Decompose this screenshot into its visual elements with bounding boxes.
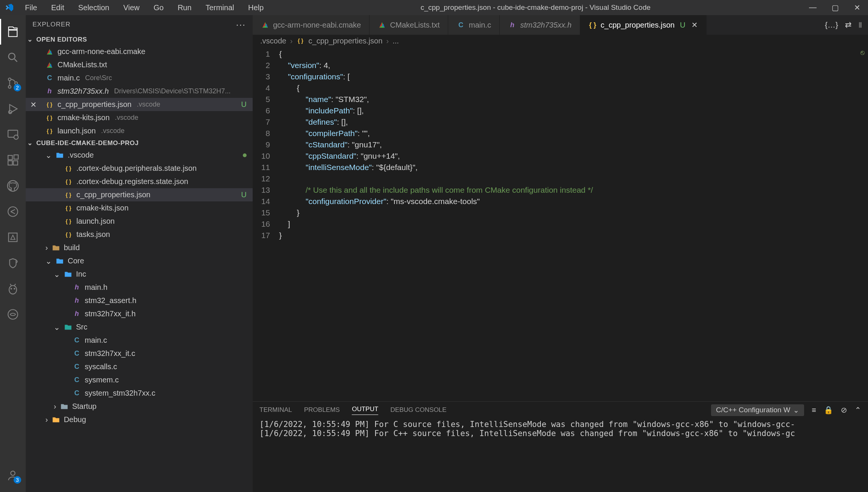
github-icon[interactable] [0, 173, 26, 199]
panel-tab-output[interactable]: OUTPUT [352, 405, 378, 415]
json-icon: { } [64, 164, 73, 173]
output-channel-selector[interactable]: C/C++ Configuration W⌄ [711, 404, 804, 416]
breadcrumb-segment[interactable]: ... [393, 37, 399, 45]
breadcrumb-segment[interactable]: .vscode [260, 37, 286, 45]
tab-label: gcc-arm-none-eabi.cmake [273, 21, 361, 29]
menu-selection[interactable]: Selection [76, 2, 112, 14]
cmake-icon[interactable] [0, 224, 26, 250]
explorer-icon[interactable] [0, 19, 26, 45]
expand-icon[interactable]: ⌃ [855, 405, 861, 415]
run-debug-icon[interactable] [0, 96, 26, 122]
editor-tab[interactable]: Cmain.c [448, 15, 500, 35]
run-icon[interactable]: {…} [825, 20, 838, 29]
file-item[interactable]: { }.cortex-debug.registers.state.json [26, 175, 253, 188]
modified-dot-icon [243, 153, 247, 157]
panel-tab-terminal[interactable]: TERMINAL [259, 406, 292, 414]
file-name: launch.json [57, 127, 96, 135]
titlebar: FileEditSelectionViewGoRunTerminalHelp c… [0, 0, 868, 15]
folder-item[interactable]: ›Startup [26, 400, 253, 413]
menu-run[interactable]: Run [175, 2, 194, 14]
file-item[interactable]: hstm32_assert.h [26, 294, 253, 307]
folder-item[interactable]: ⌄.vscode [26, 149, 253, 162]
folder-item[interactable]: ⌄Core [26, 254, 253, 268]
editor-tab[interactable]: { }c_cpp_properties.jsonU✕ [580, 15, 707, 35]
editor-tabs: gcc-arm-none-eabi.cmakeCMakeLists.txtCma… [253, 15, 868, 35]
code-editor[interactable]: 1234567891011121314151617 { "version": 4… [253, 47, 868, 401]
minimize-button[interactable]: — [809, 3, 817, 12]
menu-terminal[interactable]: Terminal [203, 2, 236, 14]
file-item[interactable]: Csysmem.c [26, 373, 253, 387]
filter-icon[interactable]: ≡ [812, 406, 816, 415]
close-icon[interactable]: ✕ [691, 20, 698, 29]
breadcrumb[interactable]: .vscode › { } c_cpp_properties.json › ..… [253, 35, 868, 47]
editor-tab[interactable]: hstm32h735xx.h [500, 15, 580, 35]
item-name: Src [76, 323, 87, 331]
split-icon[interactable]: ⫴ [859, 20, 862, 29]
stm-icon[interactable] [0, 302, 26, 327]
sidebar-more-icon[interactable]: ··· [236, 19, 246, 30]
file-item[interactable]: Csystem_stm32h7xx.c [26, 387, 253, 400]
extensions-icon[interactable] [0, 147, 26, 173]
maximize-button[interactable]: ▢ [832, 3, 839, 12]
project-header[interactable]: ⌄ CUBE-IDE-CMAKE-DEMO-PROJ [26, 138, 253, 149]
accounts-icon[interactable]: 3 [0, 463, 26, 488]
open-editors-header[interactable]: ⌄ OPEN EDITORS [26, 34, 253, 45]
close-button[interactable]: ✕ [854, 3, 860, 12]
file-item[interactable]: { }.cortex-debug.peripherals.state.json [26, 162, 253, 175]
open-editor-item[interactable]: hstm32h735xx.hDrivers\CMSIS\Device\ST\ST… [26, 85, 253, 98]
open-editor-item[interactable]: { }cmake-kits.json.vscode [26, 111, 253, 124]
breadcrumb-segment[interactable]: c_cpp_properties.json [309, 37, 383, 45]
menu-go[interactable]: Go [151, 2, 166, 14]
close-icon[interactable]: ✕ [30, 100, 37, 109]
folder-item[interactable]: ›Debug [26, 413, 253, 426]
compare-icon[interactable]: ⇄ [845, 20, 852, 29]
item-name: system_stm32h7xx.c [85, 389, 155, 398]
open-editor-item[interactable]: Cmain.cCore\Src [26, 71, 253, 85]
file-item[interactable]: Cstm32h7xx_it.c [26, 347, 253, 360]
chevron-down-icon: ⌄ [793, 406, 799, 415]
panel-tab-problems[interactable]: PROBLEMS [304, 406, 340, 414]
lock-icon[interactable]: 🔒 [824, 405, 833, 415]
folder-icon [60, 402, 68, 411]
share-icon[interactable] [0, 250, 26, 276]
json-icon: { } [64, 191, 73, 199]
source-control-icon[interactable]: 2 [0, 70, 26, 96]
file-item[interactable]: hmain.h [26, 281, 253, 294]
file-item[interactable]: { }cmake-kits.json [26, 201, 253, 215]
menu-file[interactable]: File [23, 2, 39, 14]
file-item[interactable]: Cmain.c [26, 334, 253, 347]
remote-explorer-icon[interactable] [0, 122, 26, 147]
folder-item[interactable]: ›build [26, 241, 253, 254]
file-item[interactable]: { }c_cpp_properties.jsonU [26, 188, 253, 201]
file-item[interactable]: Csyscalls.c [26, 360, 253, 373]
output-content[interactable]: [1/6/2022, 10:55:49 PM] For C source fil… [253, 418, 868, 492]
folder-item[interactable]: ⌄Src [26, 320, 253, 334]
code-content[interactable]: { "version": 4, "configurations": [ { "n… [279, 47, 868, 401]
open-editor-item[interactable]: CMakeLists.txt [26, 58, 253, 71]
folder-icon [52, 416, 60, 424]
editor-tab[interactable]: CMakeLists.txt [370, 15, 448, 35]
open-editor-item[interactable]: ✕{ }c_cpp_properties.json.vscodeU [26, 98, 253, 111]
search-icon[interactable] [0, 45, 26, 70]
menu-view[interactable]: View [121, 2, 142, 14]
live-share-icon[interactable] [0, 199, 26, 224]
platformio-icon[interactable] [0, 276, 26, 302]
editor-tab[interactable]: gcc-arm-none-eabi.cmake [253, 15, 370, 35]
file-item[interactable]: hstm32h7xx_it.h [26, 307, 253, 320]
svg-rect-9 [13, 161, 17, 165]
minimap-icon[interactable]: ⎋ [857, 47, 868, 58]
h-file-icon: h [508, 21, 516, 29]
menu-edit[interactable]: Edit [49, 2, 66, 14]
file-item[interactable]: { }launch.json [26, 215, 253, 228]
folder-item[interactable]: ⌄Inc [26, 268, 253, 281]
panel-tab-debug-console[interactable]: DEBUG CONSOLE [390, 406, 446, 414]
menu-help[interactable]: Help [246, 2, 266, 14]
clear-icon[interactable]: ⊘ [841, 405, 847, 415]
accounts-badge: 3 [14, 476, 21, 484]
chevron-right-icon: › [54, 402, 56, 411]
open-editor-item[interactable]: { }launch.json.vscode [26, 124, 253, 138]
file-item[interactable]: { }tasks.json [26, 228, 253, 241]
open-editor-item[interactable]: gcc-arm-none-eabi.cmake [26, 45, 253, 58]
project-name-label: CUBE-IDE-CMAKE-DEMO-PROJ [36, 139, 139, 147]
c-file-icon: C [73, 363, 81, 371]
